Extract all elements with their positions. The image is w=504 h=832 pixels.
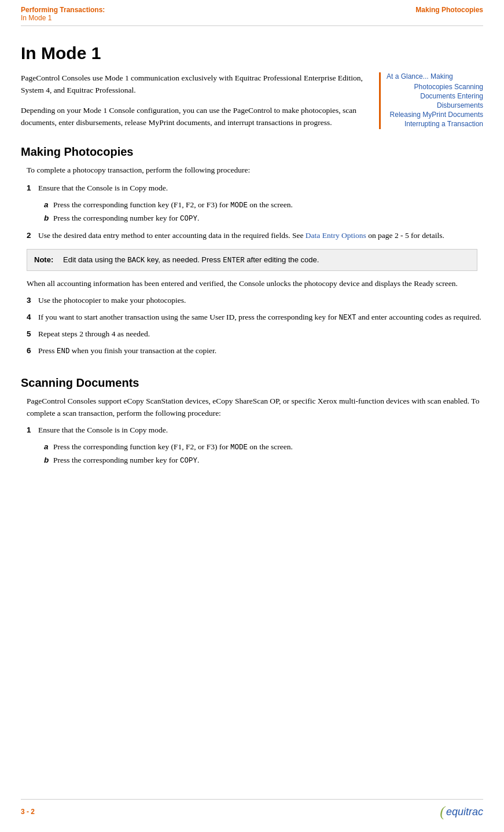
- step-2-num: 2: [27, 230, 38, 242]
- step-1a-content: Press the corresponding function key (F1…: [53, 199, 483, 211]
- note-label: Note:: [34, 254, 63, 266]
- scan-step-1-text: Ensure that the Console is in Copy mode.: [38, 424, 483, 437]
- step-2-content: Use the desired data entry method to ent…: [38, 230, 483, 242]
- step-6: 6 Press END when you finish your transac…: [21, 345, 483, 357]
- step-6-content: Press END when you finish your transacti…: [38, 345, 483, 357]
- scan-step-1b: b Press the corresponding number key for…: [21, 455, 483, 467]
- step-4: 4 If you want to start another transacti…: [21, 311, 483, 324]
- step-3-text: Use the photocopier to make your photoco…: [38, 295, 483, 307]
- header-left: Performing Transactions: In Mode 1: [21, 6, 105, 22]
- step-1a: a Press the corresponding function key (…: [21, 199, 483, 211]
- scan-step-1a: a Press the corresponding function key (…: [21, 441, 483, 453]
- glance-link-2[interactable]: Documents Entering: [387, 92, 483, 100]
- at-a-glance: At a Glance... Making Photocopies Scanni…: [379, 72, 483, 129]
- scan-step-1a-label: a: [44, 441, 53, 453]
- note-content: Edit data using the BACK key, as needed.…: [63, 254, 470, 266]
- page-footer: 3 - 2 ( equitrac: [21, 799, 483, 820]
- making-photocopies-section: Making Photocopies To complete a photoco…: [21, 143, 483, 362]
- step-1-text: Ensure that the Console is in Copy mode.: [38, 182, 483, 195]
- making-photocopies-intro: To complete a photocopy transaction, per…: [21, 164, 483, 177]
- making-photocopies-heading: Making Photocopies: [21, 145, 483, 159]
- step-3-num: 3: [27, 295, 38, 307]
- scanning-documents-heading: Scanning Documents: [21, 376, 483, 390]
- intro-para2: Depending on your Mode 1 Console configu…: [21, 105, 367, 129]
- footer-page-number: 3 - 2: [21, 808, 35, 816]
- scan-step-1b-label: b: [44, 455, 53, 467]
- step-4-content: If you want to start another transaction…: [38, 311, 483, 324]
- glance-link-3[interactable]: Disbursements: [387, 101, 483, 109]
- step-6-num: 6: [27, 345, 38, 357]
- step-5-text: Repeat steps 2 through 4 as needed.: [38, 328, 483, 340]
- page-title: In Mode 1: [21, 43, 483, 63]
- page-header: Performing Transactions: In Mode 1 Makin…: [0, 0, 504, 25]
- at-a-glance-title: At a Glance... Making: [387, 72, 483, 80]
- intro-section: PageControl Consoles use Mode 1 communic…: [21, 72, 483, 129]
- intro-text: PageControl Consoles use Mode 1 communic…: [21, 72, 367, 129]
- logo-text: equitrac: [446, 806, 483, 818]
- scan-step-1a-content: Press the corresponding function key (F1…: [53, 441, 483, 453]
- scanning-intro: PageControl Consoles support eCopy ScanS…: [21, 395, 483, 420]
- data-entry-options-link[interactable]: Data Entry Options: [306, 231, 366, 240]
- logo-bracket: (: [440, 803, 445, 820]
- note-box: Note: Edit data using the BACK key, as n…: [27, 249, 477, 272]
- equitrac-logo: ( equitrac: [440, 803, 483, 820]
- scan-step-1-num: 1: [27, 424, 38, 437]
- main-content: In Mode 1 PageControl Consoles use Mode …: [0, 26, 504, 514]
- step-1b-label: b: [44, 212, 53, 225]
- intro-para1: PageControl Consoles use Mode 1 communic…: [21, 72, 367, 97]
- step-1b-content: Press the corresponding number key for C…: [53, 212, 483, 225]
- step-2: 2 Use the desired data entry method to e…: [21, 230, 483, 242]
- step-3: 3 Use the photocopier to make your photo…: [21, 295, 483, 307]
- at-a-glance-links: Photocopies Scanning Documents Entering …: [387, 83, 483, 128]
- header-right: Making Photocopies: [415, 6, 483, 22]
- scan-step-1b-content: Press the corresponding number key for C…: [53, 455, 483, 467]
- step-5-num: 5: [27, 328, 38, 340]
- step-1-num: 1: [27, 182, 38, 195]
- step-2-para: When all accounting information has been…: [21, 278, 483, 290]
- scanning-documents-section: Scanning Documents PageControl Consoles …: [21, 374, 483, 468]
- step-1b: b Press the corresponding number key for…: [21, 212, 483, 225]
- step-4-num: 4: [27, 311, 38, 324]
- glance-link-1[interactable]: Photocopies Scanning: [387, 83, 483, 91]
- glance-link-5[interactable]: Interrupting a Transaction: [387, 120, 483, 128]
- step-1a-label: a: [44, 199, 53, 211]
- step-5: 5 Repeat steps 2 through 4 as needed.: [21, 328, 483, 340]
- glance-link-4[interactable]: Releasing MyPrint Documents: [387, 111, 483, 119]
- scan-step-1: 1 Ensure that the Console is in Copy mod…: [21, 424, 483, 437]
- step-1: 1 Ensure that the Console is in Copy mod…: [21, 182, 483, 195]
